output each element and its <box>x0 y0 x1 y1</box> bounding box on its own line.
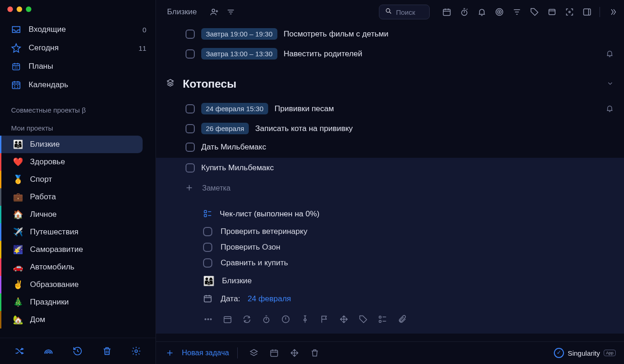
panel-icon[interactable] <box>582 7 592 17</box>
task-title: Навестить родителей <box>284 49 362 59</box>
svg-rect-14 <box>204 210 207 213</box>
add-user-icon[interactable] <box>209 7 219 17</box>
reminder-bell-icon[interactable] <box>606 49 615 59</box>
task-row[interactable]: 24 февраля 15:30 Прививки песам <box>156 99 624 119</box>
sidebar-project-sport[interactable]: 🥇 Спорт <box>0 171 156 188</box>
repeat-icon[interactable] <box>242 314 252 324</box>
section-header[interactable]: Котопесы <box>156 64 624 99</box>
nav-plans[interactable]: 21 Планы <box>0 57 156 76</box>
task-checkbox[interactable] <box>186 104 195 113</box>
focus-icon[interactable] <box>564 7 575 17</box>
close-window-button[interactable] <box>7 6 13 12</box>
svg-rect-20 <box>224 316 231 322</box>
header: Близкие <box>156 0 624 24</box>
task-checkbox[interactable] <box>186 30 195 39</box>
priority-icon[interactable] <box>281 314 291 324</box>
task-date-chip: Завтра 19:00 – 19:30 <box>201 28 277 40</box>
checklist-checkbox[interactable] <box>203 258 212 268</box>
task-project-meta[interactable]: 👨‍👩‍👦 Близкие <box>156 271 624 289</box>
note-placeholder: Заметка <box>202 184 231 192</box>
schedule-icon[interactable] <box>222 314 233 324</box>
checklist-item[interactable]: Сравнить и купить <box>156 255 624 271</box>
footer-icons <box>249 348 320 358</box>
nav-today[interactable]: Сегодня 11 <box>0 39 156 57</box>
sidebar-project-puteshestviya[interactable]: ✈️ Путешествия <box>0 223 156 241</box>
move-icon[interactable] <box>339 314 349 324</box>
task-row[interactable]: Завтра 19:00 – 19:30 Посмотреть фильм с … <box>156 24 624 44</box>
sidebar-project-rabota[interactable]: 💼 Работа <box>0 188 156 206</box>
checklist-checkbox[interactable] <box>203 227 212 236</box>
sidebar-project-dom[interactable]: 🏡 Дом <box>0 311 156 328</box>
checklist-item[interactable]: Проверить ветеринарку <box>156 224 624 239</box>
tag-tool-icon[interactable] <box>358 314 368 324</box>
reminder-bell-icon[interactable] <box>606 104 615 113</box>
brand[interactable]: Singularity App <box>554 348 616 358</box>
subtask-icon[interactable] <box>378 314 388 324</box>
trash-footer-icon[interactable] <box>310 348 320 358</box>
task-title: Прививки песам <box>275 104 334 113</box>
project-label: Путешествия <box>30 227 78 237</box>
settings-icon[interactable] <box>130 345 143 358</box>
nav-today-label: Сегодня <box>29 43 131 53</box>
task-checkbox[interactable] <box>186 143 195 152</box>
sidebar-project-blizkie[interactable]: 👨‍👩‍👦 Близкие <box>0 136 143 153</box>
timer-icon[interactable] <box>261 314 271 324</box>
task-date-meta[interactable]: Дата: 24 февраля <box>156 289 624 307</box>
sidebar-project-avtomobil[interactable]: 🚗 Автомобиль <box>0 258 156 276</box>
tag-icon[interactable] <box>529 7 540 17</box>
checklist-item-label: Сравнить и купить <box>221 258 288 268</box>
calendar-footer-icon[interactable] <box>269 348 279 358</box>
trash-icon[interactable] <box>101 345 114 358</box>
inbox-icon <box>11 24 21 35</box>
task-row[interactable]: Завтра 13:00 – 13:30 Навестить родителей <box>156 44 624 64</box>
pin-icon[interactable] <box>300 314 310 324</box>
calendar-meta-icon <box>203 294 213 304</box>
checklist-title: Чек-лист (выполнен на 0%) <box>220 209 319 219</box>
task-row[interactable]: Купить Мильбемакс <box>156 158 624 177</box>
filter-lines-icon[interactable] <box>226 7 236 17</box>
nav-calendar[interactable]: Календарь <box>0 76 156 94</box>
svg-rect-24 <box>379 321 381 322</box>
add-note-row[interactable]: Заметка <box>156 177 624 200</box>
layers-footer-icon[interactable] <box>249 348 259 358</box>
expand-icon[interactable] <box>607 7 618 17</box>
shuffle-icon[interactable] <box>13 345 26 358</box>
move-footer-icon[interactable] <box>289 348 300 358</box>
sidebar-project-lichnoe[interactable]: 🏠 Личное <box>0 206 156 223</box>
history-icon[interactable] <box>71 345 84 358</box>
filter-icon[interactable] <box>512 7 522 17</box>
more-icon[interactable] <box>203 314 213 324</box>
stopwatch-icon[interactable] <box>459 7 469 17</box>
sidebar-project-samorazvitie[interactable]: 🌠 Саморазвитие <box>0 241 156 258</box>
nav-inbox[interactable]: Входящие 0 <box>0 20 156 39</box>
attach-icon[interactable] <box>397 314 407 324</box>
target-icon[interactable] <box>494 7 504 17</box>
svg-point-17 <box>205 319 206 320</box>
project-label: Автомобиль <box>30 263 74 272</box>
task-row[interactable]: 26 февраля Записать кота на прививку <box>156 119 624 138</box>
chevron-down-icon[interactable] <box>606 80 615 88</box>
project-emoji: 🌠 <box>12 245 24 255</box>
sidebar-project-prazdniki[interactable]: 🎄 Праздники <box>0 293 156 311</box>
checklist-item[interactable]: Проверить Озон <box>156 239 624 255</box>
task-checkbox[interactable] <box>186 124 195 133</box>
task-checkbox[interactable] <box>186 49 195 59</box>
task-row[interactable]: Дать Мильбемакс <box>156 138 624 156</box>
task-checkbox[interactable] <box>186 163 195 173</box>
minimize-window-button[interactable] <box>17 6 22 12</box>
sidebar-project-zdorovie[interactable]: ❤️ Здоровье <box>0 153 156 171</box>
flag-icon[interactable] <box>319 314 330 324</box>
window-icon[interactable] <box>547 7 557 17</box>
calendar-header-icon[interactable] <box>442 7 452 17</box>
bell-header-icon[interactable] <box>477 7 487 17</box>
new-task-button[interactable]: Новая задача <box>164 347 229 358</box>
date-value[interactable]: 24 февраля <box>247 294 291 304</box>
rainbow-icon[interactable] <box>42 345 55 358</box>
maximize-window-button[interactable] <box>26 6 31 12</box>
task-date-chip: Завтра 13:00 – 13:30 <box>201 48 277 60</box>
search-box[interactable] <box>379 5 430 19</box>
svg-rect-6 <box>444 9 450 15</box>
sidebar-project-obrazovanie[interactable]: ✌️ Образование <box>0 276 156 293</box>
checklist-checkbox[interactable] <box>203 243 212 252</box>
search-input[interactable] <box>396 8 424 16</box>
